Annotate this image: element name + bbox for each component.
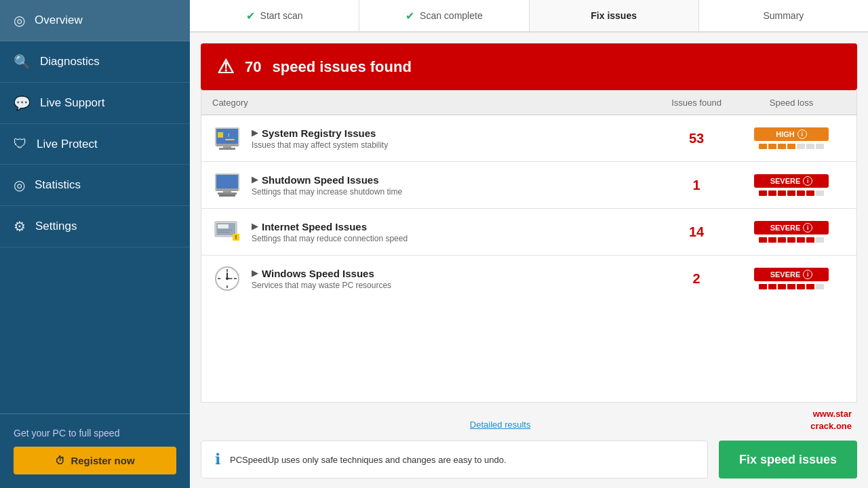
wizard-step-fix-issues-label: Fix issues	[591, 10, 637, 21]
sidebar-item-overview-label: Overview	[35, 14, 83, 27]
sidebar-item-statistics[interactable]: ◎ Statistics	[0, 165, 190, 206]
row-text-system-registry: ▶ System Registry Issues Issues that may…	[252, 127, 388, 150]
windows-speed-icon	[212, 264, 242, 293]
watermark-line2: crack.one	[810, 420, 852, 432]
dot	[797, 284, 805, 289]
row-text-windows-speed: ▶ Windows Speed Issues Services that may…	[252, 268, 391, 290]
dot	[759, 284, 767, 289]
svg-rect-19	[218, 232, 230, 232]
expand-arrow-icon: ▶	[252, 128, 258, 138]
row-text-internet-speed: ▶ Internet Speed Issues Settings that ma…	[252, 221, 408, 243]
wizard-step-summary-label: Summary	[763, 10, 804, 21]
dot	[787, 190, 795, 196]
info-circle-icon: i	[797, 129, 807, 139]
row-category-system-registry: ! ▶ System Registry Issues Issues that m…	[212, 123, 656, 153]
bottom-section: Detailed results www.star crack.one	[201, 408, 857, 432]
svg-rect-13	[218, 192, 237, 195]
severity-dots-windows-speed	[759, 284, 824, 289]
sidebar-bottom: Get your PC to full speed ⏱ Register now	[0, 413, 190, 488]
wizard-step-start-scan[interactable]: ✔ Start scan	[190, 0, 359, 31]
table-row[interactable]: ! ▶ System Registry Issues Issues that m…	[201, 115, 856, 162]
register-button[interactable]: ⏱ Register now	[14, 447, 176, 474]
table-row[interactable]: ▶ Shutdown Speed Issues Settings that ma…	[201, 162, 856, 209]
dot	[778, 284, 786, 289]
register-icon: ⏱	[55, 455, 65, 466]
overview-icon: ◎	[14, 12, 25, 28]
dot	[816, 144, 824, 149]
dot	[778, 144, 786, 149]
dot	[806, 144, 814, 149]
dot	[806, 190, 814, 196]
sidebar-item-diagnostics[interactable]: 🔍 Diagnostics	[0, 41, 190, 83]
shutdown-speed-icon	[212, 170, 242, 200]
severity-badge-shutdown-speed: SEVERE i	[754, 174, 829, 188]
svg-rect-18	[218, 230, 233, 230]
table-row[interactable]: ! ▶ Internet Speed Issues Settings that …	[201, 209, 856, 256]
wizard-step-summary[interactable]: Summary	[699, 0, 868, 31]
dot	[787, 144, 795, 149]
alert-message: speed issues found	[272, 58, 411, 76]
row-title-internet-speed: ▶ Internet Speed Issues	[252, 221, 408, 232]
row-count-shutdown-speed: 1	[656, 178, 737, 193]
footer-row: ℹ PCSpeedUp uses only safe techniques an…	[201, 441, 857, 479]
table-row[interactable]: ▶ Windows Speed Issues Services that may…	[201, 256, 856, 302]
row-category-internet-speed: ! ▶ Internet Speed Issues Settings that …	[212, 217, 656, 247]
severity-badge-windows-speed: SEVERE i	[754, 268, 829, 281]
svg-rect-14	[219, 195, 235, 197]
row-speed-internet-speed: SEVERE i	[737, 221, 846, 243]
header-speed: Speed loss	[737, 98, 846, 108]
severity-dots-shutdown-speed	[759, 190, 824, 196]
start-scan-check-icon: ✔	[246, 9, 255, 22]
wizard-step-fix-issues[interactable]: Fix issues	[530, 0, 699, 31]
dot	[778, 190, 786, 196]
svg-rect-4	[219, 148, 235, 150]
svg-text:!: !	[228, 132, 229, 138]
row-speed-system-registry: HIGH i	[737, 127, 846, 149]
row-speed-windows-speed: SEVERE i	[737, 268, 846, 289]
dot	[768, 190, 776, 196]
dot	[816, 237, 824, 243]
sidebar-item-live-support[interactable]: 💬 Live Support	[0, 83, 190, 124]
wizard-step-scan-complete[interactable]: ✔ Scan complete	[359, 0, 529, 31]
row-text-shutdown-speed: ▶ Shutdown Speed Issues Settings that ma…	[252, 174, 402, 197]
fix-speed-button[interactable]: Fix speed issues	[719, 441, 857, 479]
row-subtitle-system-registry: Issues that may affect system stability	[252, 140, 388, 150]
alert-banner: ⚠ 70 speed issues found	[201, 43, 857, 90]
dot	[759, 144, 767, 149]
scan-complete-check-icon: ✔	[406, 9, 414, 22]
severity-dots-system-registry	[759, 144, 824, 149]
register-label: Register now	[71, 455, 134, 466]
info-circle-icon: i	[803, 270, 812, 279]
internet-speed-icon: !	[212, 217, 242, 247]
svg-text:!: !	[235, 234, 237, 241]
svg-rect-2	[216, 144, 238, 146]
expand-arrow-icon: ▶	[252, 268, 258, 278]
row-title-system-registry: ▶ System Registry Issues	[252, 127, 388, 139]
info-circle-icon: i	[803, 223, 812, 232]
alert-count: 70	[245, 58, 261, 76]
dot	[797, 237, 805, 243]
sidebar-item-settings-label: Settings	[35, 220, 77, 233]
svg-point-30	[226, 277, 229, 280]
dot	[806, 237, 814, 243]
live-support-icon: 💬	[14, 95, 31, 111]
svg-rect-17	[218, 224, 229, 228]
issues-table: Category Issues found Speed loss !	[201, 90, 857, 403]
info-icon: ℹ	[215, 451, 220, 468]
info-text: PCSpeedUp uses only safe techniques and …	[230, 455, 507, 465]
svg-rect-11	[216, 188, 238, 191]
watermark: www.star crack.one	[810, 408, 852, 432]
expand-arrow-icon: ▶	[252, 222, 258, 231]
sidebar-item-settings[interactable]: ⚙ Settings	[0, 206, 190, 247]
dot	[797, 190, 805, 196]
sidebar-item-overview[interactable]: ◎ Overview	[0, 0, 190, 41]
detailed-results-link[interactable]: Detailed results	[470, 420, 531, 432]
alert-triangle-icon: ⚠	[217, 56, 234, 78]
promo-text: Get your PC to full speed	[14, 428, 176, 439]
sidebar-item-diagnostics-label: Diagnostics	[40, 55, 100, 68]
wizard-step-start-scan-label: Start scan	[260, 10, 303, 21]
dot	[768, 284, 776, 289]
dot	[768, 144, 776, 149]
sidebar-item-live-protect[interactable]: 🛡 Live Protect	[0, 124, 190, 165]
row-subtitle-windows-speed: Services that may waste PC resources	[252, 281, 391, 290]
